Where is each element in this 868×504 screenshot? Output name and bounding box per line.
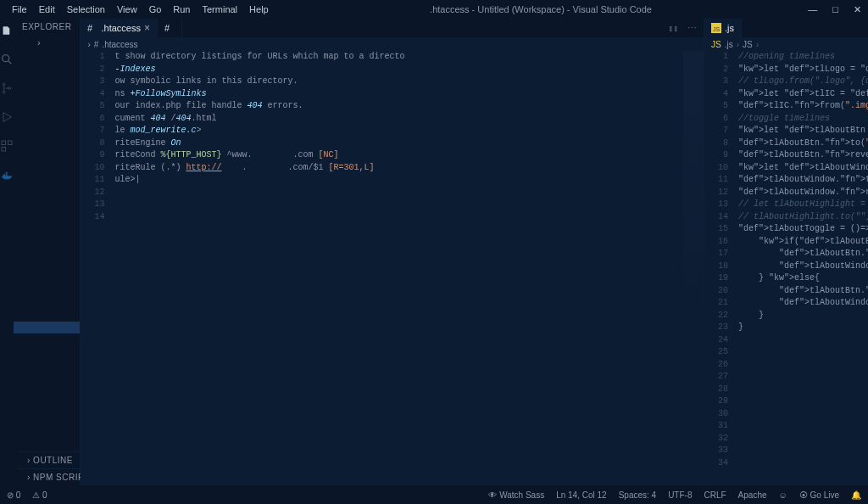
svg-point-2 [3,83,5,86]
sidebar: EXPLORER › [14,19,81,485]
menu-run[interactable]: Run [168,3,195,16]
tree-row[interactable] [14,84,80,96]
tree-row[interactable] [14,203,80,215]
tree-row[interactable] [14,250,80,262]
maximize-icon[interactable]: □ [832,4,838,15]
menu-go[interactable]: Go [144,3,167,16]
compare-icon[interactable]: ⫾⫾ [669,23,679,34]
tree-row-selected[interactable] [14,322,80,333]
close-icon[interactable]: ✕ [854,4,861,15]
tree-row[interactable] [14,108,80,120]
breadcrumb[interactable]: JS.js›JS› [704,37,868,51]
more-icon[interactable]: ⋯ [687,23,697,34]
menu-view[interactable]: View [112,3,142,16]
js-icon: JS [711,23,721,33]
tree-row[interactable] [14,191,80,203]
tab-label: .htaccess [101,23,140,33]
status-ln-col[interactable]: Ln 14, Col 12 [556,490,607,500]
menu-terminal[interactable]: Terminal [198,3,243,16]
tab-close-icon[interactable]: × [144,22,150,34]
tree-row[interactable] [14,286,80,298]
minimap[interactable] [683,51,704,485]
explorer-icon[interactable] [0,24,12,37]
svg-point-4 [8,87,11,90]
tree-row[interactable] [14,155,80,167]
minimize-icon[interactable]: — [808,4,817,15]
hash-icon: # [94,40,99,49]
tree-row[interactable] [14,262,80,274]
editor-pane-1: # .htaccess × # ⫾⫾ ⋯ ›#.htaccess 1234567… [81,19,704,485]
tree-row[interactable] [14,72,80,84]
tree-row[interactable] [14,274,80,286]
window-title: .htaccess - Untitled (Workspace) - Visua… [274,4,809,14]
status-errors[interactable]: ⊘ 0 [7,490,20,500]
file-tree[interactable]: › [14,35,80,335]
source-control-icon[interactable] [0,81,14,95]
search-icon[interactable] [0,53,14,66]
extensions-icon[interactable] [0,139,14,153]
tab-js[interactable]: JS .js [704,19,742,37]
tab-hidden[interactable]: # [158,19,182,37]
tree-row[interactable] [14,167,80,179]
status-bar: ⊘ 0 ⚠ 0 👁 Watch Sass Ln 14, Col 12 Space… [0,485,868,504]
tree-row[interactable] [14,60,80,72]
status-go-live[interactable]: ⦿ Go Live [799,490,839,500]
editor-pane-2: JS .js ▷ ⫾⫾ ⋯ JS.js›JS› 1234567891011121… [704,19,868,485]
menu-bar: File Edit Selection View Go Run Terminal… [7,3,274,16]
svg-point-3 [3,91,5,93]
code-area-2[interactable]: 1234567891011121314151617181920212223242… [704,51,868,485]
tree-row[interactable] [14,143,80,155]
breadcrumb[interactable]: ›#.htaccess [81,37,704,51]
svg-text:#: # [164,23,170,33]
tree-row[interactable] [14,132,80,143]
tree-row[interactable] [14,215,80,227]
svg-rect-8 [2,147,6,151]
svg-rect-7 [8,141,12,145]
tree-row[interactable] [14,179,80,191]
tree-row[interactable] [14,298,80,310]
svg-point-0 [3,55,9,62]
debug-icon[interactable] [0,110,14,124]
title-bar: File Edit Selection View Go Run Terminal… [0,0,868,19]
hash-icon: # [164,23,175,33]
svg-line-1 [8,61,11,64]
status-spaces[interactable]: Spaces: 4 [619,490,656,500]
status-language[interactable]: Apache [738,490,767,500]
svg-text:JS: JS [713,26,721,32]
js-icon: JS [711,40,721,49]
tab-label: .js [725,23,734,33]
menu-file[interactable]: File [7,3,32,16]
tab-htaccess[interactable]: # .htaccess × [81,19,157,37]
svg-marker-5 [3,113,11,122]
docker-icon[interactable] [0,168,14,182]
tree-row[interactable] [14,96,80,108]
status-bell-icon[interactable]: 🔔 [851,490,861,500]
code-area-1[interactable]: 1234567891011121314 t show directory lis… [81,51,704,485]
status-eol[interactable]: CRLF [704,490,726,500]
sidebar-header: EXPLORER [14,19,80,35]
status-warnings[interactable]: ⚠ 0 [32,490,47,500]
menu-help[interactable]: Help [244,3,274,16]
tree-row[interactable] [14,310,80,322]
svg-text:#: # [87,23,93,33]
status-feedback-icon[interactable]: ☺ [779,490,787,500]
status-watch-sass[interactable]: 👁 Watch Sass [488,490,544,500]
svg-rect-6 [2,141,6,145]
tree-row[interactable]: › [14,36,80,48]
status-encoding[interactable]: UTF-8 [668,490,692,500]
tree-row[interactable] [14,120,80,132]
menu-edit[interactable]: Edit [34,3,60,16]
tree-row[interactable] [14,238,80,250]
tree-row[interactable] [14,227,80,238]
activity-bar [0,19,14,485]
outline-section[interactable]: OUTLINE [33,456,73,465]
menu-selection[interactable]: Selection [62,3,110,16]
hash-icon: # [87,23,97,33]
tree-row[interactable] [14,48,80,60]
